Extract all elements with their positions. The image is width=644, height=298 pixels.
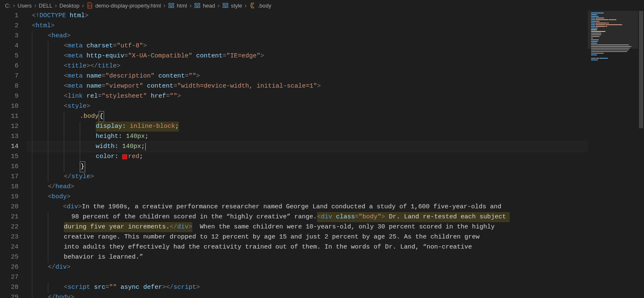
code-token: = [113, 41, 117, 51]
indent-guide [48, 111, 48, 122]
minimap[interactable] [588, 11, 638, 298]
scrollbar-thumb[interactable] [639, 11, 643, 128]
minimap-line [589, 49, 636, 51]
code-line[interactable]: color: red; [28, 152, 588, 162]
indent-guide [64, 152, 64, 162]
editor-root: C:›Users›DELL›Desktop›demo-display-prope… [0, 0, 644, 298]
indent-guide [32, 162, 32, 172]
breadcrumb-segment[interactable]: style [222, 2, 242, 9]
indent-guide [32, 242, 32, 252]
chevron-right-icon: › [245, 2, 247, 9]
breadcrumb-label: html [177, 3, 187, 9]
breadcrumb-segment[interactable]: head [194, 2, 215, 9]
code-token: > [67, 192, 71, 202]
code-line[interactable]: <link rel="stylesheet" href=""> [28, 91, 588, 101]
chevron-right-icon: › [55, 2, 57, 9]
breadcrumb-segment[interactable]: .body [249, 2, 271, 9]
code-line[interactable]: <title></title> [28, 61, 588, 71]
code-token: into adults they effectively had the cre… [64, 242, 476, 252]
code-line[interactable]: </style> [28, 172, 588, 182]
line-number-gutter: 1234567891011121314151617181920212223242… [0, 11, 28, 298]
breadcrumb-segment[interactable]: Desktop [60, 3, 80, 9]
code-line[interactable]: <meta name="description" content=""> [28, 71, 588, 81]
code-line[interactable]: height: 140px; [28, 132, 588, 142]
vertical-scrollbar[interactable] [638, 11, 644, 298]
indent-guide [48, 152, 48, 162]
code-line[interactable]: </head> [28, 182, 588, 192]
indent-guide [32, 222, 32, 232]
breadcrumb-segment[interactable]: DELL [39, 3, 52, 9]
indent-guide [32, 262, 32, 272]
line-number: 24 [0, 242, 18, 252]
code-line[interactable]: width: 140px; [28, 142, 588, 152]
indent-guide [64, 111, 64, 122]
svg-rect-3 [195, 3, 200, 5]
code-token: < [64, 51, 68, 61]
code-token: < [64, 71, 68, 81]
line-number: 20 [0, 202, 18, 212]
code-token: async [120, 282, 139, 293]
code-token: > [196, 282, 200, 293]
code-line[interactable]: <body> [28, 192, 588, 202]
breadcrumb: C:›Users›DELL›Desktop›demo-display-prope… [0, 0, 644, 11]
code-token: : [122, 122, 130, 132]
code-content[interactable]: <!DOCTYPE html><html><head><meta charset… [28, 11, 588, 298]
code-line[interactable]: <meta name="viewport" content="width=dev… [28, 81, 588, 91]
code-line[interactable]: </div> [28, 262, 588, 272]
code-line[interactable]: <style> [28, 101, 588, 111]
indent-guide [64, 162, 64, 172]
breadcrumb-segment[interactable]: C: [5, 3, 10, 9]
code-token: < [64, 101, 68, 111]
code-line[interactable]: 98 percent of the children scored in the… [28, 212, 588, 222]
code-token: meta [68, 81, 83, 91]
indent-guide [48, 101, 48, 111]
code-token [83, 81, 86, 91]
line-number: 13 [0, 132, 18, 142]
line-number: 4 [0, 41, 18, 51]
minimap-line [589, 58, 636, 59]
minimap-viewport[interactable] [588, 11, 638, 49]
breadcrumb-label: style [231, 3, 242, 9]
code-line[interactable]: </body> [28, 293, 588, 298]
code-line[interactable]: <meta charset="utf-8"> [28, 41, 588, 51]
indent-guide [32, 252, 32, 262]
code-token: meta [68, 51, 83, 61]
code-line[interactable]: behavior is learned.” [28, 252, 588, 262]
code-token: </ [64, 172, 71, 182]
breadcrumb-segment[interactable]: html [168, 2, 187, 9]
code-line[interactable]: creative range. This number dropped to 1… [28, 232, 588, 242]
code-line[interactable]: <html> [28, 21, 588, 31]
code-line[interactable] [28, 272, 588, 282]
editor-area[interactable]: 1234567891011121314151617181920212223242… [0, 11, 644, 298]
line-number: 10 [0, 101, 18, 111]
code-line[interactable]: <script src="" async defer></script> [28, 282, 588, 293]
code-token [332, 212, 336, 222]
code-line[interactable]: } [28, 162, 588, 172]
code-token: display [96, 122, 122, 132]
code-line[interactable]: into adults they effectively had the cre… [28, 242, 588, 252]
code-token: > [177, 91, 181, 101]
code-line[interactable]: <!DOCTYPE html> [28, 11, 588, 21]
indent-guide [32, 293, 32, 298]
code-line[interactable]: <meta http-equiv="X-UA-Compatible" conte… [28, 51, 588, 61]
code-token [154, 71, 158, 81]
breadcrumb-segment[interactable]: Users [18, 3, 32, 9]
breadcrumb-segment[interactable]: demo-display-property.html [86, 2, 161, 9]
indent-guide [32, 182, 32, 192]
breadcrumb-label: Desktop [60, 3, 80, 9]
indent-guide [48, 142, 48, 152]
code-line[interactable]: display: inline-block; [28, 122, 588, 132]
code-line[interactable]: .body{ [28, 111, 588, 122]
code-line[interactable]: <head> [28, 31, 588, 41]
code-line[interactable]: <div>In the 1960s, a creative performanc… [28, 202, 588, 212]
line-number: 9 [0, 91, 18, 101]
color-swatch-icon[interactable] [122, 154, 127, 159]
indent-guide [48, 41, 48, 51]
code-line[interactable]: during five year increments.</div> When … [28, 222, 588, 232]
code-token: creative range. This number dropped to 1… [64, 232, 483, 242]
chevron-right-icon: › [163, 2, 165, 9]
code-token: DOCTYPE [39, 11, 66, 21]
indent-guide [32, 212, 32, 222]
code-token: name [86, 71, 102, 81]
indent-guide [32, 172, 32, 182]
